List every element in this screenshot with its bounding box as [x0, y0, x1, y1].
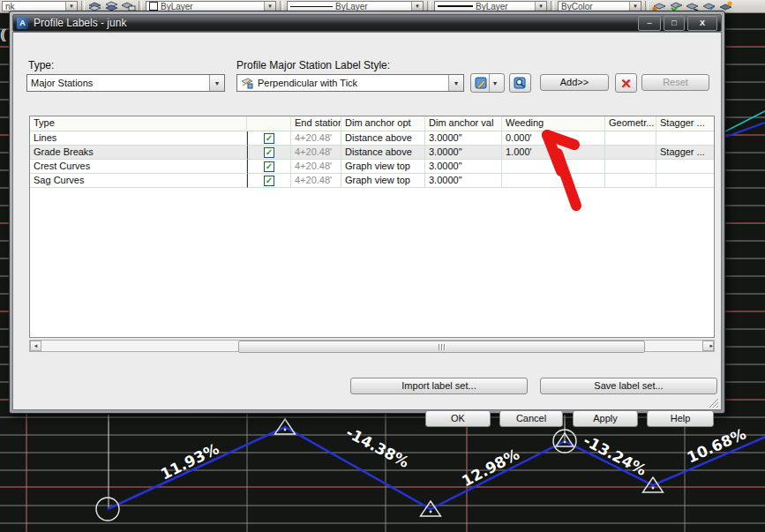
- cell-anchor-val[interactable]: 3.0000": [425, 131, 502, 146]
- row-enabled-checkbox[interactable]: [264, 147, 274, 158]
- magnifier-icon: [514, 77, 527, 90]
- cell-checkbox: [247, 146, 291, 160]
- save-label-set-button[interactable]: Save label set...: [540, 378, 717, 394]
- reset-button[interactable]: Reset: [641, 74, 709, 91]
- import-label-set-button[interactable]: Import label set...: [350, 378, 528, 394]
- cell-anchor-val[interactable]: 3.0000": [425, 160, 502, 174]
- profile-labels-dialog: A Profile Labels - junk – □ X Type: Prof…: [9, 11, 725, 414]
- chevron-down-icon[interactable]: [629, 2, 641, 11]
- chevron-down-icon[interactable]: [264, 2, 275, 11]
- col-header[interactable]: Dim anchor opt: [341, 116, 425, 131]
- cell-end-station: 4+20.48': [291, 131, 341, 146]
- help-button[interactable]: Help: [647, 410, 714, 427]
- cell-anchor-opt[interactable]: Graph view top: [341, 160, 425, 174]
- linetype-sample-icon: [290, 6, 333, 7]
- background-curve-marks: ((: [0, 26, 4, 41]
- cell-stagger[interactable]: [656, 160, 714, 174]
- maximize-button[interactable]: □: [664, 16, 685, 31]
- table-row-grade-breaks[interactable]: Grade Breaks 4+20.48' Distance above 3.0…: [30, 146, 714, 160]
- scrollbar-thumb[interactable]: [238, 341, 645, 353]
- cell-stagger[interactable]: [656, 131, 714, 146]
- table-row-sag-curves[interactable]: Sag Curves 4+20.48' Graph view top 3.000…: [30, 174, 714, 188]
- lineweight-sample-icon: [438, 5, 473, 7]
- col-header[interactable]: Type: [30, 116, 247, 131]
- col-header[interactable]: Stagger ...: [656, 116, 714, 131]
- cell-anchor-opt[interactable]: Distance above: [341, 146, 425, 160]
- cell-type: Lines: [30, 131, 247, 146]
- table-row-crest-curves[interactable]: Crest Curves 4+20.48' Graph view top 3.0…: [30, 160, 714, 174]
- cell-checkbox: [247, 174, 291, 188]
- cell-geometry[interactable]: [605, 174, 656, 188]
- cell-end-station: 4+20.48': [291, 146, 341, 160]
- col-header[interactable]: End station: [291, 116, 341, 131]
- edit-style-icon: [475, 77, 488, 90]
- cell-anchor-opt[interactable]: Graph view top: [341, 174, 425, 188]
- cell-stagger[interactable]: [656, 174, 714, 188]
- cell-end-station: 4+20.48': [291, 160, 341, 174]
- table-horizontal-scrollbar[interactable]: [29, 340, 715, 352]
- linetype-value: ByLayer: [335, 2, 368, 11]
- color-swatch-icon: [149, 2, 158, 11]
- chevron-down-icon[interactable]: [411, 2, 423, 11]
- cell-anchor-val[interactable]: 3.0000": [425, 174, 502, 188]
- label-types-table: Type End station Dim anchor opt Dim anch…: [29, 116, 715, 338]
- cell-end-station: 4+20.48': [291, 174, 341, 188]
- preview-style-button[interactable]: [509, 73, 531, 93]
- minimize-button[interactable]: –: [638, 16, 661, 31]
- civil3d-app-icon: A: [17, 18, 28, 29]
- apply-button[interactable]: Apply: [573, 410, 638, 427]
- scroll-left-arrow-icon[interactable]: [30, 341, 41, 351]
- row-enabled-checkbox[interactable]: [264, 176, 274, 186]
- label-style-value: Perpendicular with Tick: [258, 78, 357, 88]
- type-value: Major Stations: [31, 78, 93, 88]
- chevron-down-icon[interactable]: [65, 2, 77, 11]
- resize-grip[interactable]: [709, 397, 720, 408]
- chevron-down-icon[interactable]: [448, 75, 463, 91]
- cell-type: Grade Breaks: [30, 146, 247, 160]
- dialog-titlebar[interactable]: A Profile Labels - junk – □ X: [12, 14, 722, 32]
- type-select[interactable]: Major Stations: [26, 74, 225, 92]
- cell-checkbox: [247, 131, 291, 146]
- cell-geometry[interactable]: [605, 146, 656, 160]
- table-header-row: Type End station Dim anchor opt Dim anch…: [30, 116, 714, 131]
- cell-type: Crest Curves: [30, 160, 247, 174]
- cell-checkbox: [247, 160, 291, 174]
- cancel-button[interactable]: Cancel: [499, 410, 563, 427]
- lineweight-value: ByLayer: [476, 2, 508, 11]
- add-button[interactable]: Add>>: [540, 74, 609, 91]
- chevron-down-icon[interactable]: [489, 74, 501, 92]
- scroll-right-arrow-icon[interactable]: [702, 341, 714, 351]
- cell-stagger[interactable]: Stagger ...: [656, 146, 714, 160]
- dialog-body: Type: Profile Major Station Label Style:…: [12, 32, 722, 410]
- chevron-down-icon[interactable]: [209, 75, 224, 91]
- edit-style-button[interactable]: [470, 73, 505, 93]
- chevron-down-icon[interactable]: [535, 2, 546, 11]
- color-value: ByLayer: [161, 2, 193, 11]
- col-header[interactable]: [247, 116, 291, 131]
- table-row-lines[interactable]: Lines 4+20.48' Distance above 3.0000" 0.…: [30, 131, 714, 146]
- type-label: Type:: [28, 59, 54, 71]
- style-label: Profile Major Station Label Style:: [236, 59, 390, 71]
- cell-geometry[interactable]: [605, 160, 656, 174]
- col-header[interactable]: Geometr...: [605, 116, 656, 131]
- col-header[interactable]: Dim anchor val: [425, 116, 502, 131]
- layer-name: nk: [5, 2, 15, 11]
- label-style-select[interactable]: Perpendicular with Tick: [236, 74, 464, 92]
- cell-type: Sag Curves: [30, 174, 247, 188]
- plotstyle-value: ByColor: [561, 2, 593, 11]
- delete-button[interactable]: ✕: [615, 73, 637, 93]
- delete-x-icon: ✕: [620, 77, 632, 90]
- label-style-icon: [241, 78, 254, 89]
- row-enabled-checkbox[interactable]: [264, 133, 274, 144]
- ok-button[interactable]: OK: [425, 410, 491, 427]
- cell-anchor-opt[interactable]: Distance above: [341, 131, 425, 146]
- row-enabled-checkbox[interactable]: [264, 161, 274, 172]
- annotation-arrow: [529, 119, 609, 216]
- cell-anchor-val[interactable]: 3.0000": [425, 146, 502, 160]
- cell-geometry[interactable]: [605, 131, 656, 146]
- dialog-title: Profile Labels - junk: [34, 17, 126, 29]
- close-button[interactable]: X: [687, 16, 717, 31]
